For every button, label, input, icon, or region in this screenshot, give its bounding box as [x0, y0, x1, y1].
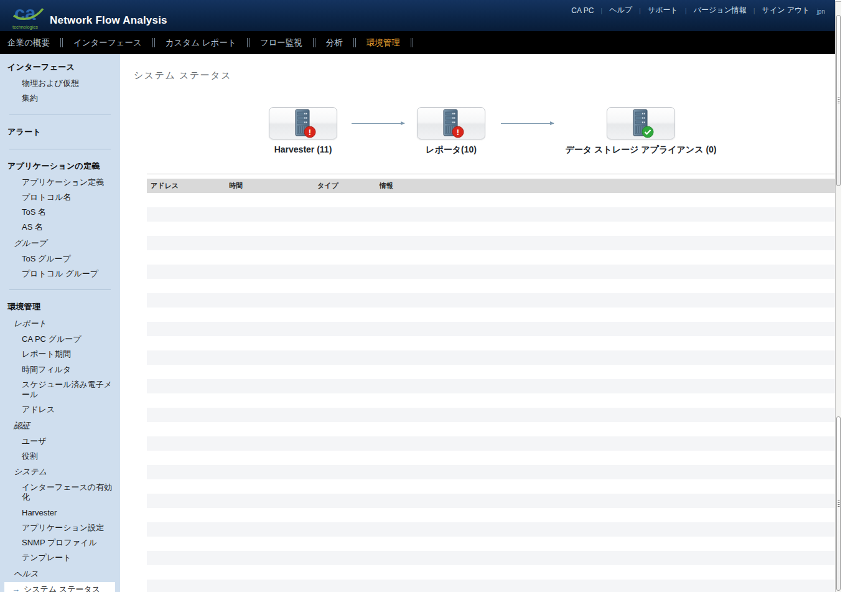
sidebar-item-アプリケーション定義[interactable]: アプリケーション定義	[0, 175, 120, 190]
vertical-scrollbar[interactable]	[835, 1, 841, 592]
sidebar-item-システム ステータス[interactable]: システム ステータス	[4, 582, 115, 592]
sidebar-item-ToS 名[interactable]: ToS 名	[0, 205, 120, 220]
error-badge-icon: !	[304, 126, 315, 138]
table-header-row: アドレス時間タイプ情報	[147, 179, 835, 193]
column-header-タイプ[interactable]: タイプ	[314, 181, 376, 190]
diagram-node-label: Harvester (11)	[274, 144, 332, 154]
scrollbar-thumb-bottom[interactable]	[836, 416, 841, 591]
sidebar-divider	[9, 149, 111, 149]
tab-separator-icon	[313, 38, 315, 47]
table-row	[147, 193, 835, 207]
table-row	[147, 279, 835, 293]
tab-separator-icon	[353, 38, 356, 47]
header-link-5[interactable]: サイン アウト	[762, 5, 810, 16]
sidebar-item-集約[interactable]: 集約	[0, 91, 120, 106]
sidebar-item-物理および仮想[interactable]: 物理および仮想	[0, 76, 120, 91]
table-row	[147, 436, 835, 451]
diagram-node-card[interactable]: !	[607, 107, 675, 139]
sidebar-item-環境管理: 環境管理	[0, 298, 120, 316]
sidebar-item-テンプレート[interactable]: テンプレート	[0, 550, 120, 565]
table-row	[147, 494, 835, 508]
sidebar-item-役割[interactable]: 役割	[0, 449, 120, 464]
column-header-アドレス[interactable]: アドレス	[147, 181, 225, 190]
table-row	[147, 422, 835, 436]
page-title: システム ステータス	[134, 70, 231, 82]
table-row	[147, 379, 835, 393]
sidebar-item-時間フィルタ[interactable]: 時間フィルタ	[0, 362, 120, 377]
sidebar-item-アドレス[interactable]: アドレス	[0, 402, 120, 417]
error-badge-icon: !	[452, 126, 464, 138]
sidebar-item-アプリケーションの定義: アプリケーションの定義	[0, 157, 120, 175]
sidebar-item-SNMP プロファイル[interactable]: SNMP プロファイル	[0, 535, 120, 550]
diagram-node-3: ! データ ストレージ アプライアンス (0)	[607, 107, 675, 139]
top-header-bar: ca technologies Network Flow Analysis CA…	[0, 0, 835, 31]
table-body	[147, 193, 835, 592]
table-row	[147, 293, 835, 308]
sidebar-item-CA PC グループ[interactable]: CA PC グループ	[0, 332, 120, 347]
table-row	[147, 308, 835, 322]
logo-sub-text: technologies	[12, 24, 38, 30]
header-link-separator: |	[685, 7, 687, 14]
scrollbar-thumb-top[interactable]	[836, 15, 841, 186]
tab-カスタム レポート[interactable]: カスタム レポート	[166, 37, 236, 49]
header-link-2[interactable]: ヘルプ	[609, 5, 632, 16]
header-link-3[interactable]: サポート	[648, 5, 678, 16]
svg-text:!: !	[457, 128, 459, 137]
sidebar-item-インターフェースの有効化[interactable]: インターフェースの有効化	[0, 480, 120, 505]
server-icon: !	[290, 108, 316, 138]
ok-badge-icon	[642, 126, 653, 138]
diagram-node-2: ! レポータ(10)	[417, 107, 485, 139]
diagram-node-1: ! Harvester (11)	[269, 107, 337, 139]
table-row	[147, 408, 835, 422]
ca-technologies-logo-icon[interactable]: ca technologies	[11, 2, 45, 31]
main-nav-bar: 企業の概要インターフェースカスタム レポートフロー監視分析環境管理	[0, 31, 835, 54]
sidebar-item-ToS グループ[interactable]: ToS グループ	[0, 251, 120, 266]
page: ca technologies Network Flow Analysis CA…	[0, 0, 868, 592]
header-link-4[interactable]: バージョン情報	[694, 5, 747, 16]
tab-分析[interactable]: 分析	[326, 37, 343, 49]
scrollbar-grip-icon	[838, 500, 839, 507]
tab-separator-icon	[152, 38, 155, 47]
scrollbar-grip-icon	[838, 97, 839, 104]
table-row	[147, 250, 835, 265]
table-row	[147, 350, 835, 365]
tab-企業の概要[interactable]: 企業の概要	[7, 37, 50, 49]
diagram-node-label: レポータ(10)	[426, 144, 477, 156]
sidebar-item-Harvester[interactable]: Harvester	[0, 505, 120, 520]
column-header-情報[interactable]: 情報	[376, 181, 835, 190]
logo-ca-text: ca	[14, 2, 36, 24]
table-row	[147, 465, 835, 479]
header-link-separator: |	[754, 7, 755, 14]
sidebar-item-アプリケーション設定[interactable]: アプリケーション設定	[0, 520, 120, 535]
sidebar-list: インターフェース物理および仮想集約アラートアプリケーションの定義アプリケーション…	[0, 59, 120, 592]
header-link-separator: |	[600, 7, 602, 14]
status-table: アドレス時間タイプ情報	[147, 174, 835, 592]
flow-arrow-icon	[501, 123, 554, 124]
table-row	[147, 393, 835, 408]
sidebar-item-プロトコル名[interactable]: プロトコル名	[0, 190, 120, 205]
sidebar-item-label: システム ステータス	[24, 585, 100, 592]
sidebar-item-レポート期間[interactable]: レポート期間	[0, 347, 120, 362]
table-row	[147, 236, 835, 250]
sidebar-item-スケジュール済み電子メール[interactable]: スケジュール済み電子メール	[0, 377, 120, 403]
system-status-diagram: ! Harvester (11) !	[120, 107, 835, 182]
diagram-node-card[interactable]: !	[417, 107, 485, 139]
header-links: CA PC|ヘルプ|サポート|バージョン情報|サイン アウトjpn	[571, 5, 825, 16]
tab-環境管理[interactable]: 環境管理	[366, 37, 400, 49]
tab-インターフェース[interactable]: インターフェース	[73, 37, 142, 49]
diagram-node-card[interactable]: !	[269, 107, 337, 139]
sidebar-item-認証: 認証	[0, 418, 120, 434]
sidebar-item-プロトコル グループ[interactable]: プロトコル グループ	[0, 266, 120, 281]
sidebar-item-ユーザ[interactable]: ユーザ	[0, 434, 120, 449]
sidebar-item-AS 名[interactable]: AS 名	[0, 220, 120, 235]
sidebar-item-インターフェース: インターフェース	[0, 59, 120, 76]
tab-separator-icon	[60, 38, 63, 47]
column-header-時間[interactable]: 時間	[225, 181, 314, 190]
server-icon: !	[628, 108, 654, 138]
table-row	[147, 265, 835, 279]
tab-separator-icon	[247, 38, 250, 47]
tab-フロー監視[interactable]: フロー監視	[260, 37, 302, 49]
header-link-1[interactable]: CA PC	[571, 6, 594, 15]
flow-arrow-icon	[352, 123, 404, 124]
sidebar-item-アラート: アラート	[0, 123, 120, 141]
